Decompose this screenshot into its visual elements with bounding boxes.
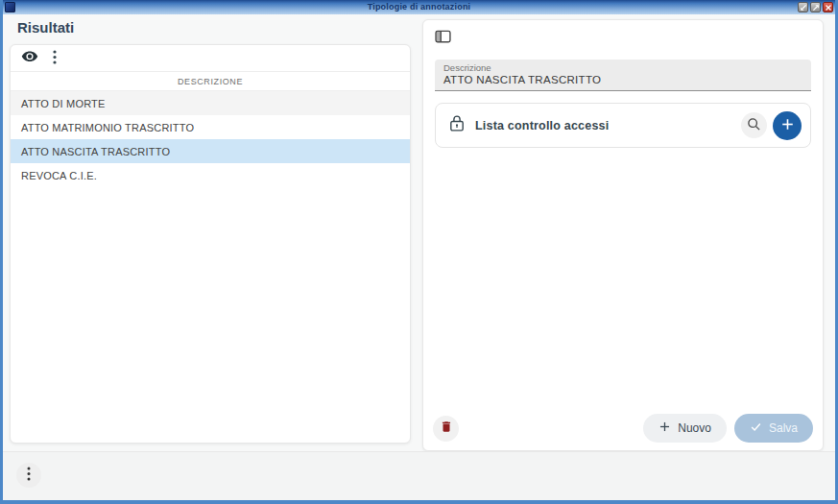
close-icon bbox=[825, 4, 832, 12]
results-menu-button[interactable] bbox=[53, 50, 57, 67]
table-header-descrizione[interactable]: DESCRIZIONE bbox=[11, 71, 410, 91]
table-row[interactable]: ATTO MATRIMONIO TRASCRITTO bbox=[11, 115, 410, 139]
window-controls bbox=[798, 2, 833, 12]
titlebar: Tipologie di annotazioni bbox=[3, 0, 835, 14]
acl-section: Lista controllo accessi bbox=[435, 103, 811, 148]
plus-icon bbox=[658, 420, 671, 436]
maximize-icon bbox=[812, 4, 820, 12]
results-panel: DESCRIZIONE ATTO DI MORTE ATTO MATRIMONI… bbox=[10, 44, 411, 444]
acl-section-label: Lista controllo accessi bbox=[475, 119, 609, 132]
table-row[interactable]: ATTO NASCITA TRASCRITTO bbox=[11, 139, 410, 163]
acl-search-button[interactable] bbox=[741, 112, 767, 138]
plus-icon bbox=[780, 117, 795, 134]
check-icon bbox=[750, 420, 762, 436]
window-title: Tipologie di annotazioni bbox=[3, 0, 835, 14]
maximize-button[interactable] bbox=[810, 2, 821, 12]
search-icon bbox=[747, 117, 761, 134]
acl-actions bbox=[741, 111, 802, 140]
detail-panel: Descrizione ATTO NASCITA TRASCRITTO List… bbox=[422, 19, 824, 451]
acl-add-button[interactable] bbox=[773, 111, 802, 140]
app-window: Tipologie di annotazioni Risultati bbox=[0, 0, 838, 504]
table-row[interactable]: ATTO DI MORTE bbox=[11, 91, 410, 115]
toggle-split-view-button[interactable] bbox=[435, 30, 451, 46]
footer-bar bbox=[3, 451, 835, 500]
app-icon bbox=[5, 2, 15, 12]
trash-icon bbox=[440, 420, 453, 437]
page-title: Risultati bbox=[17, 19, 74, 36]
restore-down-icon bbox=[800, 4, 807, 12]
table-row[interactable]: REVOCA C.I.E. bbox=[11, 163, 410, 187]
main-content: Risultati DESCRIZIONE ATTO DI MORTE ATTO bbox=[3, 14, 835, 500]
salva-button-label: Salva bbox=[769, 421, 798, 435]
salva-button[interactable]: Salva bbox=[734, 414, 813, 443]
eye-icon bbox=[21, 51, 38, 66]
detail-actions-row: Nuovo Salva bbox=[423, 406, 823, 450]
results-toolbar bbox=[11, 45, 410, 71]
kebab-menu-icon bbox=[27, 467, 31, 484]
nuovo-button-label: Nuovo bbox=[678, 421, 711, 435]
nuovo-button[interactable]: Nuovo bbox=[643, 414, 727, 443]
restore-down-button[interactable] bbox=[798, 2, 808, 12]
kebab-menu-icon bbox=[53, 50, 57, 67]
descrizione-field-label: Descrizione bbox=[443, 62, 811, 73]
descrizione-field-value: ATTO NASCITA TRASCRITTO bbox=[443, 74, 811, 85]
results-table: ATTO DI MORTE ATTO MATRIMONIO TRASCRITTO… bbox=[11, 91, 410, 187]
footer-menu-button[interactable] bbox=[16, 463, 41, 488]
visibility-toggle-button[interactable] bbox=[21, 51, 38, 66]
delete-button[interactable] bbox=[433, 416, 459, 442]
close-button[interactable] bbox=[823, 2, 833, 12]
lock-icon bbox=[449, 115, 465, 135]
split-view-icon bbox=[435, 30, 451, 46]
descrizione-field[interactable]: Descrizione ATTO NASCITA TRASCRITTO bbox=[435, 60, 811, 91]
